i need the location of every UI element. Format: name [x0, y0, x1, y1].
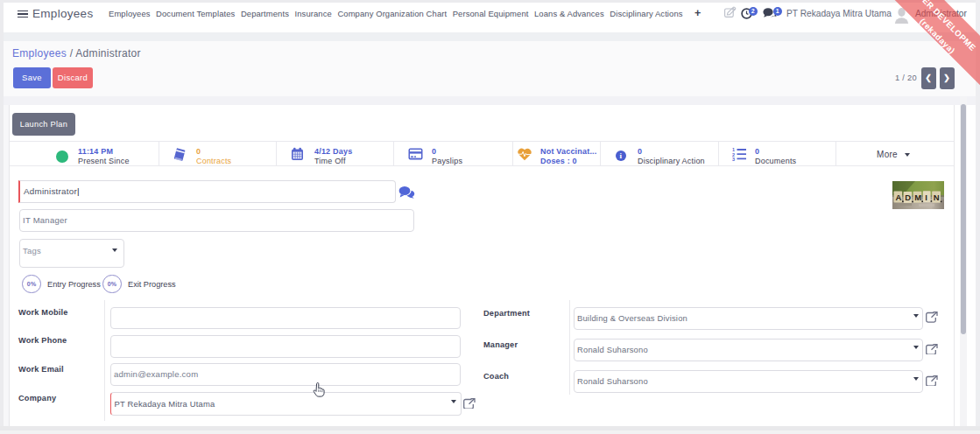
svg-text:N: N — [934, 192, 940, 202]
svg-text:I: I — [925, 192, 927, 202]
svg-text:D: D — [905, 192, 911, 202]
svg-text:A: A — [896, 192, 902, 202]
svg-text:3: 3 — [732, 157, 735, 161]
svg-text:M: M — [914, 192, 921, 202]
